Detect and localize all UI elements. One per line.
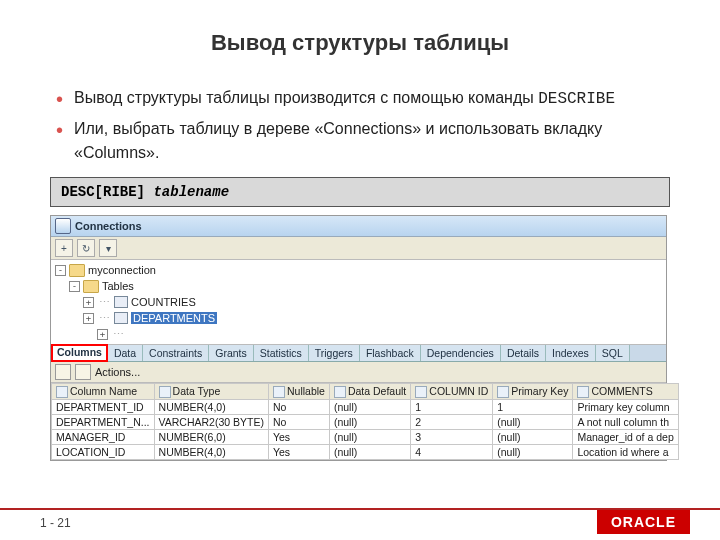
columns-table: Column Name Data Type Nullable Data Defa… (51, 383, 679, 460)
tab-triggers[interactable]: Triggers (309, 345, 360, 361)
slide-title: Вывод структуры таблицы (50, 30, 670, 56)
connections-title: Connections (75, 220, 142, 232)
table-cell: NUMBER(6,0) (154, 430, 268, 445)
table-row[interactable]: LOCATION_IDNUMBER(4,0)Yes(null)4(null)Lo… (52, 445, 679, 460)
tree-connection-node[interactable]: - myconnection (55, 262, 666, 278)
syntax-cmd: DESC[RIBE] (61, 184, 153, 200)
syntax-box: DESC[RIBE] tablename (50, 177, 670, 207)
tree-dots: ⋯ (113, 328, 123, 341)
table-cell: 2 (411, 415, 493, 430)
connections-tree: - myconnection - Tables + ⋯ COUNTRIES + … (51, 260, 666, 345)
object-toolbar: Actions... (51, 362, 666, 383)
collapse-icon[interactable]: - (69, 281, 80, 292)
tab-dependencies[interactable]: Dependencies (421, 345, 501, 361)
bullet-text: Вывод структуры таблицы производится с п… (74, 89, 538, 106)
tree-table-node-selected[interactable]: + ⋯ DEPARTMENTS (55, 310, 666, 326)
table-cell: Manager_id of a dep (573, 430, 678, 445)
bullet-item: Или, выбрать таблицу в дереве «Connectio… (50, 117, 670, 165)
object-tabs: Columns Data Constraints Grants Statisti… (51, 345, 666, 362)
page-number: 1 - 21 (40, 516, 71, 530)
table-cell: 1 (493, 400, 573, 415)
toolbar-filter-icon[interactable]: ▾ (99, 239, 117, 257)
table-cell: DEPARTMENT_ID (52, 400, 155, 415)
table-cell: (null) (493, 445, 573, 460)
header-icon (497, 386, 509, 398)
connections-tab[interactable]: Connections (51, 216, 666, 237)
tab-columns[interactable]: Columns (51, 344, 108, 362)
tables-label: Tables (102, 280, 134, 292)
table-label: COUNTRIES (131, 296, 196, 308)
col-header[interactable]: Column Name (52, 384, 155, 400)
table-icon (114, 312, 128, 324)
table-cell: No (268, 415, 329, 430)
tab-statistics[interactable]: Statistics (254, 345, 309, 361)
table-cell: A not null column th (573, 415, 678, 430)
table-cell: Yes (268, 445, 329, 460)
tab-data[interactable]: Data (108, 345, 143, 361)
table-cell: MANAGER_ID (52, 430, 155, 445)
table-cell: LOCATION_ID (52, 445, 155, 460)
tab-grants[interactable]: Grants (209, 345, 254, 361)
table-cell: (null) (329, 445, 410, 460)
expand-icon[interactable]: + (83, 297, 94, 308)
table-cell: Yes (268, 430, 329, 445)
bullet-item: Вывод структуры таблицы производится с п… (50, 86, 670, 111)
col-header[interactable]: Data Type (154, 384, 268, 400)
header-icon (577, 386, 589, 398)
table-icon (114, 296, 128, 308)
col-header[interactable]: Primary Key (493, 384, 573, 400)
folder-icon (83, 280, 99, 293)
tab-constraints[interactable]: Constraints (143, 345, 209, 361)
table-cell: NUMBER(4,0) (154, 445, 268, 460)
table-row[interactable]: MANAGER_IDNUMBER(6,0)Yes(null)3(null)Man… (52, 430, 679, 445)
oracle-logo: ORACLE (597, 510, 690, 534)
header-icon (334, 386, 346, 398)
sqldev-screenshot: Connections + ↻ ▾ - myconnection - Table… (50, 215, 667, 461)
tree-tables-node[interactable]: - Tables (55, 278, 666, 294)
table-cell: (null) (329, 400, 410, 415)
table-cell: (null) (329, 430, 410, 445)
tree-dots: ⋯ (99, 312, 109, 325)
table-cell: NUMBER(4,0) (154, 400, 268, 415)
col-header[interactable]: Data Default (329, 384, 410, 400)
bullet-code: DESCRIBE (538, 90, 615, 108)
pin-icon[interactable] (55, 364, 71, 380)
connection-label: myconnection (88, 264, 156, 276)
table-cell: No (268, 400, 329, 415)
toolbar-new-icon[interactable]: + (55, 239, 73, 257)
actions-button[interactable]: Actions... (95, 366, 140, 378)
header-icon (415, 386, 427, 398)
col-header[interactable]: Nullable (268, 384, 329, 400)
tab-indexes[interactable]: Indexes (546, 345, 596, 361)
table-cell: Primary key column (573, 400, 678, 415)
collapse-icon[interactable]: - (55, 265, 66, 276)
tab-flashback[interactable]: Flashback (360, 345, 421, 361)
connection-icon (69, 264, 85, 277)
col-header[interactable]: COLUMN ID (411, 384, 493, 400)
table-cell: Location id where a (573, 445, 678, 460)
col-header[interactable]: COMMENTS (573, 384, 678, 400)
tab-sql[interactable]: SQL (596, 345, 630, 361)
header-icon (56, 386, 68, 398)
table-cell: (null) (329, 415, 410, 430)
expand-icon[interactable]: + (83, 313, 94, 324)
header-icon (273, 386, 285, 398)
table-cell: DEPARTMENT_N... (52, 415, 155, 430)
table-cell: 4 (411, 445, 493, 460)
tree-child-placeholder: + ⋯ (55, 326, 666, 342)
syntax-arg: tablename (153, 184, 229, 200)
table-row[interactable]: DEPARTMENT_N...VARCHAR2(30 BYTE)No(null)… (52, 415, 679, 430)
toolbar-refresh-icon[interactable]: ↻ (77, 239, 95, 257)
tree-table-node[interactable]: + ⋯ COUNTRIES (55, 294, 666, 310)
edit-icon[interactable] (75, 364, 91, 380)
table-row[interactable]: DEPARTMENT_IDNUMBER(4,0)No(null)11Primar… (52, 400, 679, 415)
table-label-selected: DEPARTMENTS (131, 312, 217, 324)
bullet-list: Вывод структуры таблицы производится с п… (50, 86, 670, 165)
bullet-text: Или, выбрать таблицу в дереве «Connectio… (74, 120, 602, 161)
header-icon (159, 386, 171, 398)
table-cell: (null) (493, 415, 573, 430)
tab-details[interactable]: Details (501, 345, 546, 361)
connections-icon (55, 218, 71, 234)
expand-icon[interactable]: + (97, 329, 108, 340)
table-cell: 3 (411, 430, 493, 445)
